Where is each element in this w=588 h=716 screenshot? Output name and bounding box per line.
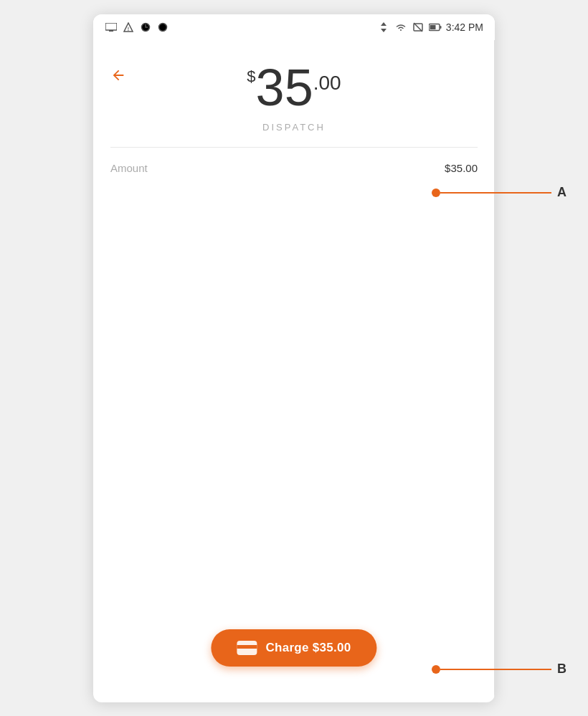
annotation-b-dot	[432, 665, 440, 674]
circle-icon	[156, 21, 169, 34]
status-bar: !	[93, 14, 495, 40]
battery-icon	[429, 21, 442, 34]
charge-button-label: Charge $35.00	[265, 641, 351, 655]
content-area: $ 35 .00 DISPATCH Amount $35.00 Charge $…	[93, 40, 495, 702]
svg-line-9	[414, 23, 422, 32]
svg-rect-0	[105, 23, 117, 30]
annotation-b-letter: B	[557, 662, 566, 677]
sync-icon	[139, 21, 152, 34]
amount-row-label: Amount	[110, 162, 148, 174]
annotation-b-line	[440, 669, 551, 670]
status-bar-left-icons: !	[105, 21, 169, 34]
svg-text:!: !	[128, 26, 129, 31]
annotation-a: A	[432, 185, 566, 200]
card-stripe	[237, 645, 257, 649]
currency-symbol: $	[247, 67, 255, 86]
charge-button[interactable]: Charge $35.00	[211, 629, 376, 667]
svg-point-5	[159, 23, 167, 31]
svg-rect-1	[109, 30, 113, 32]
sort-icon	[377, 21, 390, 34]
amount-row: Amount $35.00	[93, 148, 495, 188]
svg-marker-7	[381, 29, 387, 32]
status-time: 3:42 PM	[446, 22, 483, 33]
annotation-a-dot	[432, 188, 440, 197]
header-section: $ 35 .00 DISPATCH	[93, 40, 495, 147]
svg-marker-6	[381, 22, 387, 26]
amount-display: $ 35 .00	[247, 62, 341, 113]
screen-icon	[105, 21, 118, 34]
dispatch-label: DISPATCH	[262, 122, 326, 133]
amount-decimal: .00	[313, 72, 341, 95]
annotation-b: B	[432, 662, 566, 677]
phone-frame: !	[93, 14, 495, 702]
wifi-icon	[394, 21, 407, 34]
status-bar-right-icons: 3:42 PM	[377, 21, 483, 34]
card-icon	[237, 641, 257, 655]
charge-button-container: Charge $35.00	[211, 629, 376, 667]
amount-row-value: $35.00	[445, 162, 478, 174]
back-button[interactable]	[110, 67, 126, 83]
no-sim-icon	[412, 21, 425, 34]
svg-rect-11	[430, 25, 435, 29]
annotation-a-line	[440, 192, 551, 194]
svg-rect-12	[440, 26, 441, 29]
annotation-a-letter: A	[557, 185, 566, 200]
alert-icon: !	[122, 21, 135, 34]
amount-integer: 35	[256, 62, 313, 113]
